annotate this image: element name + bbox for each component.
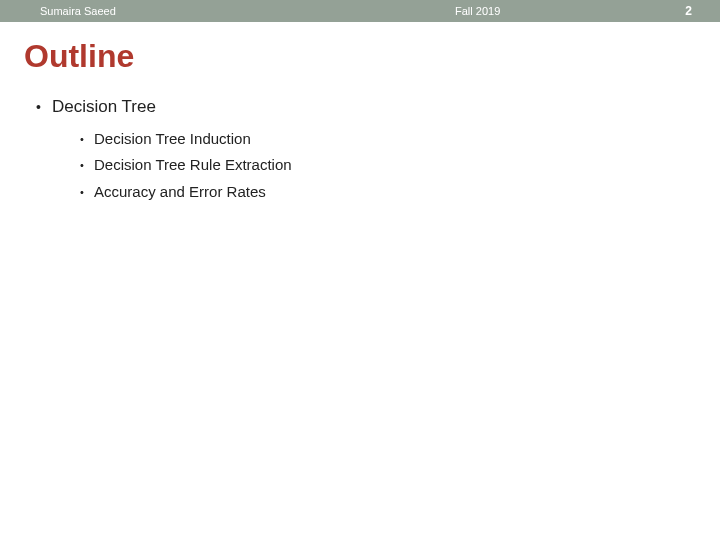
outline-sublist: Decision Tree Induction Decision Tree Ru…	[52, 129, 696, 202]
outline-subitem-label: Decision Tree Induction	[94, 130, 251, 147]
outline-subitem: Decision Tree Rule Extraction	[80, 155, 696, 175]
outline-subitem-label: Accuracy and Error Rates	[94, 183, 266, 200]
outline-item: Decision Tree Decision Tree Induction De…	[36, 97, 696, 202]
term-label: Fall 2019	[455, 5, 500, 17]
outline-subitem: Accuracy and Error Rates	[80, 182, 696, 202]
slide-title: Outline	[24, 38, 696, 75]
outline-subitem: Decision Tree Induction	[80, 129, 696, 149]
slide-header: Sumaira Saeed Fall 2019 2	[0, 0, 720, 22]
outline-list: Decision Tree Decision Tree Induction De…	[24, 97, 696, 202]
slide-content: Outline Decision Tree Decision Tree Indu…	[0, 22, 720, 202]
page-number: 2	[685, 4, 692, 18]
author-name: Sumaira Saeed	[40, 5, 116, 17]
outline-item-label: Decision Tree	[52, 97, 156, 116]
outline-subitem-label: Decision Tree Rule Extraction	[94, 156, 292, 173]
